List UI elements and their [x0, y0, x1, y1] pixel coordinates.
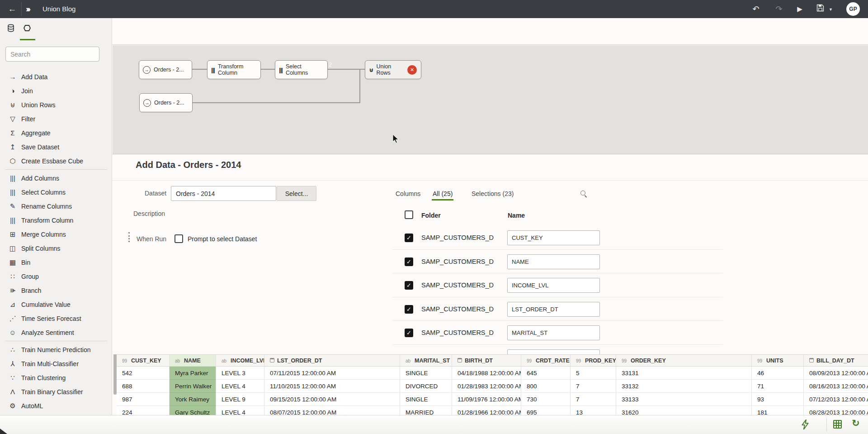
sidebar-item-train-clustering[interactable]: ∵Train Clustering — [0, 371, 112, 385]
column-checkbox[interactable]: ✓ — [405, 258, 413, 266]
sidebar-item-union-rows[interactable]: ⊎Union Rows — [0, 98, 112, 112]
panel-resize-gripper[interactable] — [128, 232, 130, 242]
sidebar-item-label: Merge Columns — [21, 231, 66, 238]
redo-icon[interactable]: ↷ — [773, 4, 785, 14]
avatar[interactable]: GP — [846, 2, 860, 16]
sidebar-item-merge-columns[interactable]: ⊞Merge Columns — [0, 227, 112, 241]
sidebar-item-add-columns[interactable]: |||Add Columns — [0, 171, 112, 185]
union-rows-icon: ⊎ — [369, 67, 373, 73]
column-header-name[interactable]: abNAME — [170, 354, 216, 367]
column-header-income-lvl[interactable]: abINCOME_LVL — [216, 354, 264, 367]
sidebar-item-split-columns[interactable]: ◫Split Columns — [0, 241, 112, 255]
search-columns-icon[interactable] — [580, 191, 585, 196]
sidebar-item-analyze-sentiment[interactable]: ☺Analyze Sentiment — [0, 325, 112, 339]
add-data-icon: → — [143, 99, 151, 107]
date-type-icon — [458, 358, 462, 362]
error-badge-icon[interactable]: ✕ — [407, 65, 417, 75]
sidebar-item-label: Save Dataset — [21, 143, 59, 151]
node-transform-column[interactable]: ||| Transform Column — [207, 60, 261, 79]
sidebar-item-bin[interactable]: ▦Bin — [0, 255, 112, 269]
sidebar-item-automl[interactable]: ⚙AutoML — [0, 399, 112, 413]
number-type-icon: 99 — [622, 355, 628, 367]
column-checkbox[interactable]: ✓ — [405, 305, 413, 314]
table-cell: 542 — [117, 367, 170, 380]
column-name-input[interactable] — [507, 302, 600, 317]
undo-icon[interactable]: ↶ — [750, 4, 762, 14]
tab-selections[interactable]: Selections (23) — [472, 190, 514, 197]
column-header-cust-key[interactable]: 99CUST_KEY — [117, 354, 170, 367]
sidebar-item-branch[interactable]: ⋔Branch — [0, 283, 112, 297]
column-header-birth-dt[interactable]: BIRTH_DT — [452, 354, 521, 367]
column-checkbox[interactable]: ✓ — [405, 281, 413, 290]
sidebar-item-label: Rename Columns — [21, 203, 72, 210]
sidebar-item-select-columns[interactable]: |||Select Columns — [0, 185, 112, 199]
sidebar-item-label: Union Rows — [21, 101, 55, 109]
column-header-label: ORDER_KEY — [631, 358, 666, 364]
sidebar-item-save-dataset[interactable]: ↥Save Dataset — [0, 140, 112, 154]
flow-canvas[interactable]: → Orders - 2... ||| Transform Column |||… — [113, 45, 868, 154]
preview-header-row: 99CUST_KEYabNAMEabINCOME_LVLLST_ORDER_DT… — [117, 354, 868, 367]
column-header-units[interactable]: 99UNITS — [752, 354, 804, 367]
select-all-columns-checkbox[interactable] — [405, 210, 413, 219]
data-tab[interactable] — [6, 24, 16, 33]
select-dataset-button[interactable]: Select... — [277, 186, 316, 201]
sidebar-item-train-binary-classifier[interactable]: ΛTrain Binary Classifier — [0, 385, 112, 399]
sidebar-item-label: Select Columns — [21, 189, 66, 196]
run-flow-button[interactable]: ▶ — [793, 4, 806, 14]
sidebar-item-train-multi-classifier[interactable]: ⅄Train Multi-Classifier — [0, 357, 112, 371]
sidebar-item-cumulative-value[interactable]: ⊿Cumulative Value — [0, 297, 112, 311]
save-icon[interactable] — [814, 4, 826, 14]
number-type-icon: 99 — [757, 355, 764, 367]
column-name-input[interactable] — [507, 325, 600, 340]
sidebar-divider — [5, 341, 107, 341]
sidebar-item-group[interactable]: ∷Group — [0, 269, 112, 283]
aggregate-icon: Σ — [8, 129, 17, 137]
column-header-prod-key[interactable]: 99PROD_KEY — [571, 354, 616, 367]
column-header-order-key[interactable]: 99ORDER_KEY — [616, 354, 752, 367]
sidebar-item-label: Branch — [21, 287, 41, 294]
node-union-rows[interactable]: ⊎ Union Rows ✕ — [365, 60, 421, 79]
tab-all-columns[interactable]: All (25) — [433, 190, 453, 197]
back-icon[interactable]: ← — [6, 4, 18, 14]
sidebar-item-aggregate[interactable]: ΣAggregate — [0, 126, 112, 140]
sidebar-item-train-numeric-prediction[interactable]: ∴Train Numeric Prediction — [0, 343, 112, 357]
sidebar-item-time-series-forecast[interactable]: ⋰Time Series Forecast — [0, 311, 112, 325]
node-select-columns[interactable]: ||| Select Columns — [275, 60, 328, 79]
column-checkbox[interactable]: ✓ — [405, 234, 413, 242]
sidebar-item-join[interactable]: ◑Join — [0, 84, 112, 98]
column-header-bill-day-dt[interactable]: BILL_DAY_DT — [804, 354, 868, 367]
column-checkbox[interactable]: ✓ — [405, 329, 413, 337]
column-name-input[interactable] — [507, 278, 600, 293]
table-row: 987York RaimeyLEVEL 909/15/2015 12:00:00… — [117, 393, 868, 406]
refresh-icon[interactable]: ↻ — [852, 417, 860, 429]
prompt-dataset-checkbox[interactable] — [175, 234, 183, 243]
column-header-marital-st[interactable]: abMARITAL_ST — [400, 354, 452, 367]
column-name-input[interactable] — [507, 254, 600, 269]
node-orders-2014-b[interactable]: → Orders - 2... — [139, 93, 193, 112]
data-grid-icon[interactable] — [833, 420, 842, 429]
prepare-flow-tab[interactable] — [23, 24, 33, 33]
dataset-name-input[interactable] — [171, 186, 276, 201]
node-orders-2014[interactable]: → Orders - 2... — [139, 60, 192, 79]
sidebar-item-create-essbase-cube[interactable]: ⬡Create Essbase Cube — [0, 154, 112, 168]
sidebar-item-label: AutoML — [21, 402, 43, 410]
column-name-input[interactable] — [507, 230, 600, 245]
column-header-label: LST_ORDER_DT — [277, 358, 322, 364]
sidebar-item-filter[interactable]: ▽Filter — [0, 112, 112, 126]
search-input[interactable] — [5, 47, 99, 62]
lightning-icon[interactable] — [801, 420, 809, 431]
table-cell: 224 — [117, 406, 170, 415]
column-row: ✓SAMP_CUSTOMERS_D — [393, 273, 723, 297]
column-folder-label: SAMP_CUSTOMERS_D — [421, 305, 494, 313]
table-cell: 688 — [117, 380, 170, 393]
table-cell: 33131 — [616, 367, 752, 380]
sidebar-item-rename-columns[interactable]: ✎Rename Columns — [0, 199, 112, 213]
column-header-lst-order-dt[interactable]: LST_ORDER_DT — [264, 354, 400, 367]
table-cell: 5 — [571, 367, 616, 380]
sidebar-item-add-data[interactable]: →Add Data — [0, 70, 112, 84]
table-row: 224Gary SchultzLEVEL 408/07/2015 12:00:0… — [117, 406, 868, 415]
save-menu-caret-icon[interactable]: ▼ — [829, 7, 833, 12]
sidebar-item-transform-column[interactable]: |||Transform Column — [0, 213, 112, 227]
column-header-crdt-rate[interactable]: 99CRDT_RATE — [521, 354, 571, 367]
table-cell: 7 — [571, 393, 616, 406]
